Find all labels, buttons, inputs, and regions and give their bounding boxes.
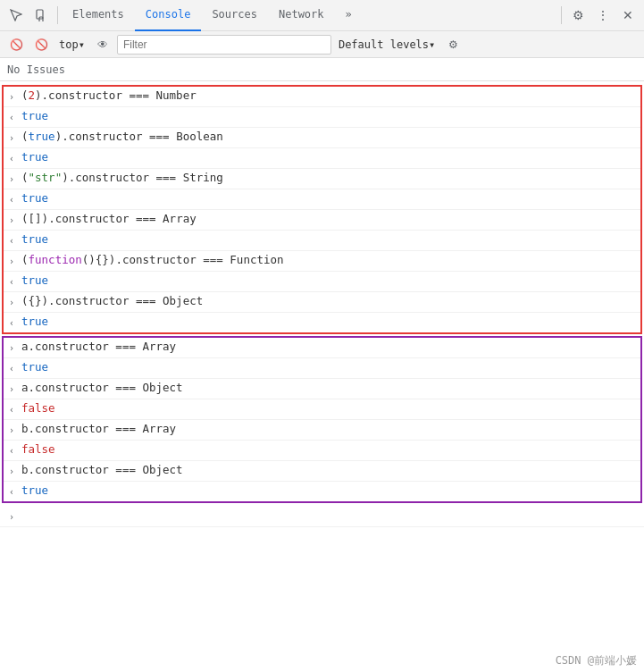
- purple-bordered-section: › a.constructor === Array ‹ true › a.con…: [2, 336, 642, 503]
- line-content: b.constructor === Array: [20, 421, 640, 437]
- console-line: ‹ false: [4, 399, 640, 420]
- arrow-left-icon: ‹: [4, 231, 20, 249]
- tab-elements[interactable]: Elements: [62, 0, 135, 31]
- arrow-left-icon: ‹: [4, 149, 20, 167]
- console-line: › a.constructor === Object: [4, 379, 640, 399]
- clear-console-button[interactable]: 🚫: [5, 34, 27, 55]
- line-content: true: [20, 314, 640, 330]
- close-button[interactable]: ✕: [615, 3, 640, 28]
- toolbar-separator-1: [57, 6, 58, 24]
- tab-console[interactable]: Console: [135, 0, 202, 31]
- arrow-left-icon: ‹: [4, 314, 20, 332]
- filter-input[interactable]: [117, 35, 331, 55]
- arrow-left-icon: ‹: [4, 108, 20, 126]
- console-line: ‹ true: [4, 313, 640, 332]
- console-line: › ([]).constructor === Array: [4, 210, 640, 231]
- no-issues-bar: No Issues: [0, 58, 644, 81]
- red-bordered-section: › (2).constructor === Number ‹ true › (t…: [2, 85, 642, 334]
- tab-more[interactable]: »: [335, 0, 363, 31]
- console-line: ‹ true: [4, 148, 640, 169]
- arrow-right-icon: ›: [4, 129, 20, 147]
- console-line: › b.constructor === Object: [4, 461, 640, 482]
- main-toolbar: Elements Console Sources Network » ⚙ ⋮ ✕: [0, 0, 644, 31]
- console-output: › (2).constructor === Number ‹ true › (t…: [0, 81, 644, 672]
- console-line: › b.constructor === Array: [4, 420, 640, 441]
- line-content: false: [20, 400, 640, 416]
- line-content: false: [20, 441, 640, 458]
- log-levels-selector[interactable]: Default levels: [335, 37, 439, 53]
- arrow-right-icon: ›: [4, 293, 20, 311]
- arrow-right-icon: ›: [4, 462, 20, 480]
- line-content: true: [20, 483, 640, 499]
- more-options-button[interactable]: ⋮: [590, 3, 615, 28]
- arrow-left-icon: ‹: [4, 359, 20, 377]
- arrow-right-icon: ›: [4, 421, 20, 439]
- arrow-left-icon: ‹: [4, 483, 20, 500]
- arrow-left-icon: ‹: [4, 273, 20, 290]
- console-line: › ({}).constructor === Object: [4, 292, 640, 313]
- line-content: ({}).constructor === Object: [20, 293, 640, 309]
- toolbar-separator-2: [561, 6, 562, 24]
- console-line: ‹ true: [4, 482, 640, 501]
- console-line: › (function(){}).constructor === Functio…: [4, 251, 640, 272]
- console-line: › ("str").constructor === String: [4, 169, 640, 189]
- arrow-left-icon: ‹: [4, 441, 20, 459]
- console-line: › (2).constructor === Number: [4, 87, 640, 107]
- console-input-line[interactable]: ›: [0, 507, 644, 527]
- arrow-right-icon: ›: [4, 508, 20, 525]
- device-toggle-button[interactable]: [29, 3, 54, 28]
- tab-sources[interactable]: Sources: [201, 0, 268, 31]
- console-line: › (true).constructor === Boolean: [4, 128, 640, 148]
- devtools-tabs: Elements Console Sources Network »: [62, 0, 363, 30]
- console-line: ‹ true: [4, 231, 640, 251]
- settings-button[interactable]: ⚙: [565, 3, 590, 28]
- line-content: ("str").constructor === String: [20, 170, 640, 186]
- line-content: (function(){}).constructor === Function: [20, 252, 640, 268]
- arrow-right-icon: ›: [4, 339, 20, 357]
- watermark: CSDN @前端小媛: [548, 650, 644, 672]
- line-content: true: [20, 231, 640, 248]
- line-content: true: [20, 359, 640, 375]
- console-settings-button[interactable]: ⚙: [442, 34, 464, 55]
- line-content: (true).constructor === Boolean: [20, 129, 640, 145]
- arrow-right-icon: ›: [4, 252, 20, 270]
- tab-network[interactable]: Network: [268, 0, 335, 31]
- line-content: true: [20, 108, 640, 124]
- arrow-left-icon: ‹: [4, 190, 20, 208]
- console-line: › a.constructor === Array: [4, 338, 640, 358]
- line-content: a.constructor === Object: [20, 380, 640, 396]
- eye-button[interactable]: 👁: [92, 34, 113, 55]
- arrow-right-icon: ›: [4, 88, 20, 105]
- context-selector[interactable]: top: [55, 37, 88, 53]
- console-input[interactable]: [20, 508, 644, 524]
- line-content: (2).constructor === Number: [20, 88, 640, 104]
- console-line: ‹ true: [4, 272, 640, 292]
- hide-network-button[interactable]: 🚫: [30, 34, 52, 55]
- console-line: ‹ true: [4, 189, 640, 210]
- line-content: true: [20, 149, 640, 165]
- console-line: ‹ true: [4, 358, 640, 379]
- line-content: ([]).constructor === Array: [20, 211, 640, 227]
- arrow-right-icon: ›: [4, 380, 20, 398]
- inspect-element-button[interactable]: [4, 3, 29, 28]
- console-toolbar: 🚫 🚫 top 👁 Default levels ⚙: [0, 31, 644, 58]
- arrow-right-icon: ›: [4, 170, 20, 188]
- line-content: true: [20, 190, 640, 206]
- arrow-right-icon: ›: [4, 211, 20, 229]
- console-line: ‹ true: [4, 107, 640, 128]
- line-content: true: [20, 273, 640, 289]
- console-line: ‹ false: [4, 441, 640, 461]
- line-content: b.constructor === Object: [20, 462, 640, 478]
- line-content: a.constructor === Array: [20, 339, 640, 355]
- arrow-left-icon: ‹: [4, 400, 20, 418]
- toolbar-right-icons: ⚙ ⋮ ✕: [557, 3, 640, 28]
